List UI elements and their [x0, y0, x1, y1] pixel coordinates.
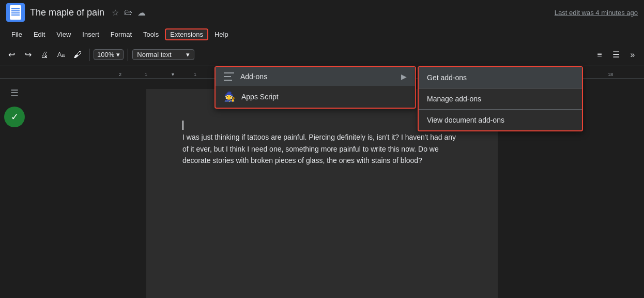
title-bar: The maple of pain ☆ 🗁 ☁ Last edit was 4 … — [0, 0, 644, 25]
get-addons-dropdown: Get add-ons Manage add-ons View document… — [418, 66, 583, 131]
ruler-mark-center: ▼ — [171, 72, 175, 77]
folder-icon[interactable]: 🗁 — [124, 8, 132, 17]
addons-list-icon — [224, 72, 234, 81]
menu-format[interactable]: Format — [105, 28, 137, 40]
view-document-addons-item[interactable]: View document add-ons — [419, 110, 582, 130]
menu-edit[interactable]: Edit — [28, 28, 50, 40]
paint-format-button[interactable]: 🖌 — [70, 48, 85, 62]
menu-insert[interactable]: Insert — [77, 28, 104, 40]
title-icons: ☆ 🗁 ☁ — [112, 8, 146, 18]
ruler-mark-r1: 1 — [194, 72, 196, 77]
document-text-content: I was just thinking if tattoos are painf… — [182, 133, 456, 165]
menu-bar: File Edit View Insert Format Tools Exten… — [0, 25, 644, 43]
addons-arrow-icon: ▶ — [401, 72, 407, 81]
cloud-icon[interactable]: ☁ — [137, 8, 146, 18]
toolbar-sep-1 — [89, 49, 89, 61]
print-button[interactable]: 🖨 — [37, 48, 52, 62]
addons-dropdown: Add-ons ▶ 🧙 Apps Script — [214, 66, 416, 109]
star-icon[interactable]: ☆ — [112, 8, 119, 18]
left-sidebar: ☰ ✓ — [0, 79, 29, 298]
apps-script-label: Apps Script — [241, 93, 279, 101]
menu-file[interactable]: File — [6, 28, 27, 40]
style-value: Normal text — [137, 51, 171, 58]
zoom-selector[interactable]: 100% ▾ — [94, 49, 124, 60]
docs-logo-icon — [10, 5, 21, 20]
more-button[interactable]: » — [625, 48, 640, 62]
document-title[interactable]: The maple of pain — [30, 7, 104, 18]
docs-logo[interactable] — [6, 3, 25, 22]
manage-addons-item[interactable]: Manage add-ons — [419, 88, 582, 109]
cursor — [182, 121, 183, 130]
get-addons-item[interactable]: Get add-ons — [419, 67, 582, 88]
check-button[interactable]: ✓ — [4, 107, 25, 127]
toolbar-sep-2 — [128, 49, 128, 61]
ruler-mark-1: 1 — [145, 72, 147, 77]
last-edit-text[interactable]: Last edit was 4 minutes ago — [555, 9, 638, 17]
redo-button[interactable]: ↪ — [21, 48, 35, 62]
toolbar: ↩ ↪ 🖨 Aa 🖌 100% ▾ Normal text ▾ ≡ ☰ » — [0, 43, 644, 66]
right-toolbar — [615, 79, 644, 298]
menu-tools[interactable]: Tools — [138, 28, 164, 40]
ruler-mark-r18: 18 — [608, 72, 613, 77]
spellcheck-button[interactable]: Aa — [54, 48, 68, 62]
addons-item-apps-script[interactable]: 🧙 Apps Script — [216, 86, 415, 108]
menu-view[interactable]: View — [51, 28, 76, 40]
checklist-button[interactable]: ☰ — [609, 48, 623, 62]
undo-button[interactable]: ↩ — [4, 48, 19, 62]
menu-help[interactable]: Help — [209, 28, 234, 40]
zoom-chevron-icon: ▾ — [116, 51, 120, 58]
outline-icon[interactable]: ☰ — [5, 84, 24, 102]
ruler-mark-2: 2 — [119, 72, 121, 77]
style-selector[interactable]: Normal text ▾ — [132, 49, 194, 60]
menu-extensions[interactable]: Extensions — [165, 28, 208, 40]
style-chevron-icon: ▾ — [186, 51, 190, 58]
apps-script-icon: 🧙 — [224, 91, 235, 102]
addons-item-addons[interactable]: Add-ons ▶ — [216, 67, 415, 86]
line-spacing-button[interactable]: ≡ — [592, 48, 607, 62]
zoom-value: 100% — [97, 51, 114, 58]
addons-label: Add-ons — [240, 72, 267, 81]
